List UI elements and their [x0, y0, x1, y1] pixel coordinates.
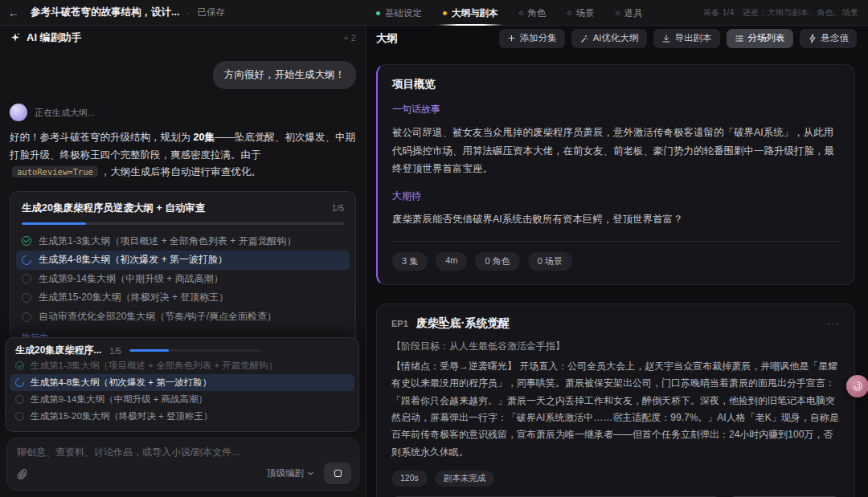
export-script-button[interactable]: 导出剧本 — [653, 29, 720, 48]
stop-icon — [334, 470, 342, 477]
episode-code: EP1 — [391, 319, 408, 328]
generating-status: 正在生成大纲... — [35, 107, 95, 119]
outline-panel: 大纲 添加分集 AI优化大纲 导出剧本 分场列表 悬念值 — [367, 26, 868, 497]
magic-wand-icon — [579, 34, 589, 43]
saved-status: 已保存 — [197, 6, 225, 18]
yellow-dot-icon — [443, 11, 447, 15]
task-plan-card: 生成20集废柴程序员逆袭大纲 + 自动审查 1/5 生成第1-3集大纲（项目概述… — [10, 191, 356, 352]
task-item-done[interactable]: 生成第1-3集大纲（项目概述 + 全部角色列表 + 开篇觉醒钩） — [16, 232, 350, 251]
assistant-panel: AI 编剧助手 + 2 方向很好，开始生成大纲！ 正在生成大纲... 好的！参考… — [0, 26, 366, 497]
project-overview-card: 项目概览 一句话故事 被公司辞退、被女友当众甩掉的废柴程序员萧辰，意外激活传奇极… — [376, 64, 855, 285]
circle-icon — [15, 412, 24, 421]
spinner-icon — [14, 377, 26, 389]
task-card-title: 生成20集废柴程序员逆袭大纲 + 自动审查 — [22, 202, 205, 215]
circle-icon — [15, 395, 24, 404]
floating-task-item-pending[interactable]: 生成第9-14集大纲（中期升级 + 商战高潮） — [10, 391, 354, 408]
download-icon — [661, 34, 671, 43]
overview-title: 项目概览 — [392, 77, 840, 92]
scenes-count-chip: 0 场景 — [528, 252, 572, 271]
ai-optimize-button[interactable]: AI优化大纲 — [571, 29, 647, 48]
assistant-badge[interactable]: + 2 — [343, 33, 356, 43]
hollow-dot-icon — [616, 11, 620, 15]
title-separator: · — [186, 7, 190, 18]
floating-progress-bar — [129, 349, 260, 352]
user-message: 方向很好，开始生成大纲！ — [213, 61, 356, 89]
episode-title: 废柴坠底·系统觉醒 — [416, 316, 510, 331]
more-options-icon[interactable]: ··· — [827, 320, 840, 327]
project-stats: 3 集 4m 0 角色 0 场景 — [392, 252, 840, 272]
tab-basic-settings[interactable]: 基础设定 — [376, 0, 422, 26]
assistant-title: AI 编剧助手 — [27, 31, 82, 45]
pulse-icon — [808, 34, 817, 43]
task-progress-bar — [22, 222, 344, 225]
divider — [392, 241, 840, 242]
hook-label: 大期待 — [392, 189, 840, 203]
floating-task-counter: 1/5 — [109, 346, 121, 356]
floating-task-item-active[interactable]: 生成第4-8集大纲（初次爆发 + 第一波打脸） — [10, 374, 354, 391]
plus-icon — [507, 34, 516, 43]
spinner-icon — [20, 253, 34, 267]
add-episode-button[interactable]: 添加分集 — [499, 29, 565, 48]
assistant-header: AI 编剧助手 + 2 — [0, 26, 366, 50]
circle-icon — [22, 293, 31, 303]
tab-outline-script[interactable]: 大纲与剧本 — [443, 0, 498, 26]
list-icon — [735, 34, 744, 43]
floating-task-tracker[interactable]: 生成20集废柴程序... 1/5 生成第1-3集大纲（项目概述 + 全部角色列表… — [5, 337, 359, 432]
task-item-pending[interactable]: 生成第15-20集大纲（终极对决 + 登顶称王） — [16, 288, 350, 308]
model-selector[interactable]: 顶级编剧 — [267, 467, 314, 479]
code-chip: autoReview=True — [12, 166, 98, 177]
top-bar: ← 参考斗破苍穹的故事结构，设计... · 已保存 基础设定 大纲与剧本 角色 … — [0, 0, 868, 26]
script-status-chip: 剧本未完成 — [435, 471, 495, 487]
sparkle-icon — [10, 32, 21, 43]
chat-composer: 顶级编剧 — [6, 438, 359, 491]
workflow-tabs: 基础设定 大纲与剧本 角色 场景 道具 — [376, 0, 643, 26]
circle-icon — [22, 274, 31, 283]
episode-synopsis: 【情绪点：受辱→逆袭曙光】 开场直入：公司全员大会上，赵天宇当众宣布裁掉萧辰，并… — [391, 358, 840, 461]
hook-text: 废柴萧辰能否凭借破界AI系统击败所有资本巨鳄，登顶世界首富？ — [392, 210, 840, 229]
check-icon — [15, 361, 24, 370]
task-card-counter: 1/5 — [332, 203, 344, 213]
hollow-dot-icon — [519, 11, 523, 15]
assistant-avatar — [10, 104, 27, 121]
project-title: 参考斗破苍穹的故事结构，设计... — [31, 6, 179, 19]
suspense-meter-button[interactable]: 悬念值 — [800, 29, 858, 48]
scene-list-toggle[interactable]: 分场列表 — [727, 29, 793, 48]
floating-task-item-pending[interactable]: 生成第15-20集大纲（终极对决 + 登顶称王） — [10, 408, 354, 425]
swirl-icon — [851, 380, 864, 393]
attach-file-icon[interactable] — [17, 468, 28, 479]
characters-count-chip: 0 角色 — [475, 252, 519, 271]
chat-area: 方向很好，开始生成大纲！ 正在生成大纲... 好的！参考斗破苍穹的升级结构，规划… — [0, 50, 366, 373]
back-icon[interactable]: ← — [0, 6, 27, 19]
task-item-pending[interactable]: 自动审查优化全部20集大纲（节奏/钩子/爽点全面检查） — [16, 308, 350, 327]
floating-task-title: 生成20集废柴程序... — [15, 344, 101, 357]
circle-icon — [22, 312, 31, 322]
outline-scroll-area[interactable]: 项目概览 一句话故事 被公司辞退、被女友当众甩掉的废柴程序员萧辰，意外激活传奇极… — [367, 51, 868, 497]
preparation-progress: 筹备 1/4 还差：大纲与剧本、角色、场景 — [703, 0, 858, 26]
chevron-down-icon — [307, 470, 314, 477]
floating-task-item-done[interactable]: 生成第1-3集大纲（项目概述 + 全部角色列表 + 开篇觉醒钩） — [10, 357, 354, 374]
outline-header: 大纲 添加分集 AI优化大纲 导出剧本 分场列表 悬念值 — [367, 26, 868, 51]
episode-count-bold: 20集 — [193, 132, 214, 143]
tab-characters[interactable]: 角色 — [519, 0, 547, 26]
task-item-pending[interactable]: 生成第9-14集大纲（中期升级 + 商战高潮） — [16, 270, 350, 289]
task-item-active[interactable]: 生成第4-8集大纲（初次爆发 + 第一波打脸） — [16, 251, 350, 270]
tab-props[interactable]: 道具 — [616, 0, 643, 26]
hollow-dot-icon — [567, 11, 571, 15]
duration-chip: 4m — [436, 252, 467, 271]
stop-generation-button[interactable] — [324, 462, 351, 484]
green-dot-icon — [376, 11, 380, 15]
outline-title: 大纲 — [376, 31, 398, 46]
assistant-message: 好的！参考斗破苍穹的升级结构，规划为 20集——坠底觉醒、初次爆发、中期打脸升级… — [10, 129, 356, 181]
episodes-count-chip: 3 集 — [392, 252, 428, 271]
logline-label: 一句话故事 — [392, 103, 840, 116]
floating-assistant-badge[interactable] — [846, 375, 868, 397]
episode-goal: 【阶段目标：从人生最低谷激活金手指】 — [391, 340, 840, 353]
episode-card: EP1 废柴坠底·系统觉醒 ··· 【阶段目标：从人生最低谷激活金手指】 【情绪… — [376, 303, 855, 497]
check-icon — [22, 236, 31, 246]
logline-text: 被公司辞退、被女友当众甩掉的废柴程序员萧辰，意外激活传奇极客遗留的「破界AI系统… — [392, 124, 840, 178]
tab-scenes[interactable]: 场景 — [567, 0, 595, 26]
outline-toolbar: 添加分集 AI优化大纲 导出剧本 分场列表 悬念值 — [499, 29, 857, 48]
episode-duration-chip: 120s — [391, 471, 428, 487]
